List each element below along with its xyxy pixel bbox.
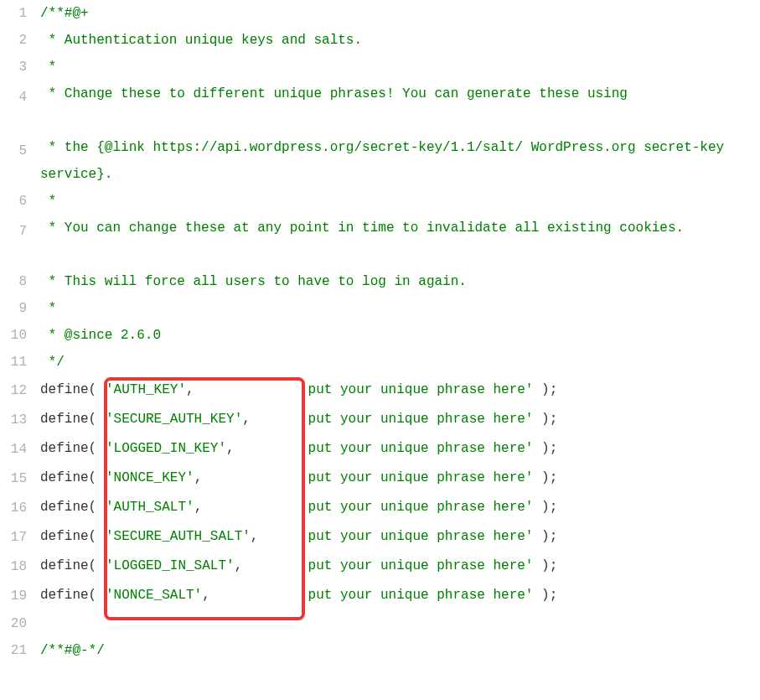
line-number: 20	[0, 610, 27, 637]
line-number: 5	[0, 134, 27, 188]
line-number: 9	[0, 295, 27, 322]
define-value: 'put your unique phrase here'	[300, 412, 533, 427]
define-logged-in-key: define( 'LOGGED_IN_KEY', 'put your uniqu…	[40, 434, 753, 464]
line-number: 12	[0, 376, 27, 405]
comment-line: *	[40, 194, 56, 209]
define-secure-auth-salt: define( 'SECURE_AUTH_SALT', 'put your un…	[40, 522, 753, 552]
define-nonce-key: define( 'NONCE_KEY', 'put your unique ph…	[40, 464, 753, 493]
define-value: 'put your unique phrase here'	[300, 588, 533, 603]
define-key: 'AUTH_SALT'	[106, 500, 194, 515]
line-number: 14	[0, 434, 27, 464]
line-number: 11	[0, 349, 27, 376]
line-number: 17	[0, 522, 27, 552]
define-key: 'LOGGED_IN_KEY'	[106, 441, 226, 456]
comment-line: *	[40, 301, 56, 316]
define-auth-salt: define( 'AUTH_SALT', 'put your unique ph…	[40, 493, 753, 522]
comment-line: * @since 2.6.0	[40, 328, 161, 343]
comment-line: * the {@link https://api.wordpress.org/s…	[40, 140, 732, 182]
comment-line: * Authentication unique keys and salts.	[40, 33, 362, 48]
line-number: 13	[0, 405, 27, 434]
line-number: 1	[0, 0, 27, 27]
comment-line: *	[40, 60, 56, 75]
close-paren: );	[533, 382, 557, 397]
define-value: 'put your unique phrase here'	[300, 500, 533, 515]
define-key: 'SECURE_AUTH_KEY'	[106, 412, 242, 427]
line-number: 18	[0, 552, 27, 581]
code-area[interactable]: /**#@+ * Authentication unique keys and …	[34, 0, 760, 691]
define-value: 'put your unique phrase here'	[300, 382, 533, 397]
line-number: 2	[0, 27, 27, 54]
line-number: 15	[0, 464, 27, 493]
define-nonce-salt: define( 'NONCE_SALT', 'put your unique p…	[40, 581, 753, 610]
line-number: 16	[0, 493, 27, 522]
comma: ,	[186, 382, 194, 397]
line-number: 10	[0, 322, 27, 349]
define-value: 'put your unique phrase here'	[300, 441, 533, 456]
define-secure-auth-key: define( 'SECURE_AUTH_KEY', 'put your uni…	[40, 405, 753, 434]
comment-line: /**#@-*/	[40, 643, 105, 658]
line-number: 8	[0, 268, 27, 295]
open-paren: (	[89, 382, 97, 397]
define-key: 'AUTH_KEY'	[106, 382, 186, 397]
define-logged-in-salt: define( 'LOGGED_IN_SALT', 'put your uniq…	[40, 552, 753, 581]
comment-line: */	[40, 355, 65, 370]
comment-line: * You can change these at any point in t…	[40, 220, 684, 236]
line-number: 21	[0, 637, 27, 664]
define-key: 'NONCE_KEY'	[106, 470, 194, 485]
line-number: 19	[0, 581, 27, 610]
define-fn: define	[40, 382, 89, 397]
line-number: 7	[0, 215, 27, 268]
line-number-gutter: 1 2 3 4 5 6 7 8 9 10 11 12 13 14 15 16 1…	[0, 0, 34, 691]
blank-line	[40, 664, 753, 691]
blank-line	[40, 610, 753, 637]
line-number: 3	[0, 54, 27, 80]
comment-line: /**#@+	[40, 6, 89, 21]
define-key: 'NONCE_SALT'	[106, 588, 202, 603]
define-auth-key: define( 'AUTH_KEY', 'put your unique phr…	[40, 376, 753, 405]
define-value: 'put your unique phrase here'	[300, 470, 533, 485]
define-value: 'put your unique phrase here'	[300, 529, 533, 544]
line-number: 6	[0, 188, 27, 215]
comment-line: * This will force all users to have to l…	[40, 274, 467, 289]
line-number: 4	[0, 80, 27, 134]
comment-line: * Change these to different unique phras…	[40, 86, 628, 101]
define-key: 'LOGGED_IN_SALT'	[106, 558, 235, 573]
define-value: 'put your unique phrase here'	[300, 558, 533, 573]
define-key: 'SECURE_AUTH_SALT'	[106, 529, 251, 544]
